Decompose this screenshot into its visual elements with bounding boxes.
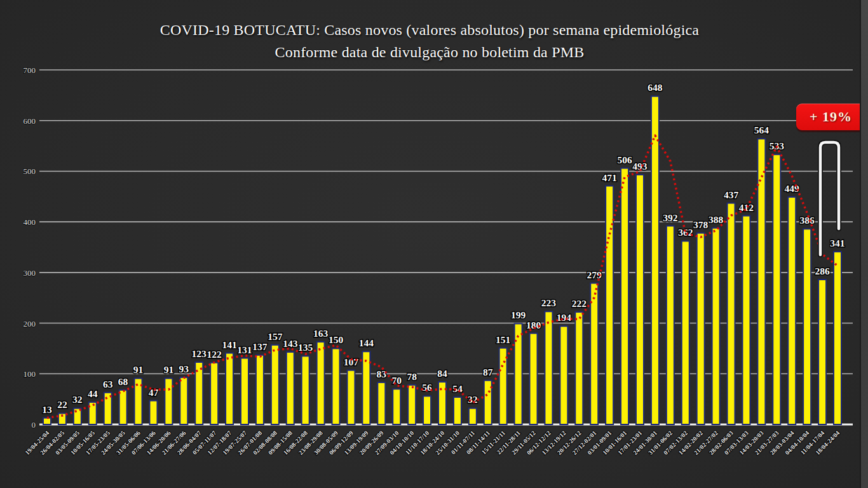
bar-value-label: 157 bbox=[268, 331, 283, 342]
bar-value-label: 163 bbox=[313, 328, 329, 339]
bar-value-label: 123 bbox=[192, 348, 207, 359]
bar bbox=[773, 154, 780, 424]
y-tick-label: 500 bbox=[24, 166, 36, 176]
bar-value-label: 449 bbox=[785, 183, 800, 194]
bar bbox=[317, 342, 325, 424]
bar-value-label: 286 bbox=[815, 266, 830, 276]
bar-value-label: 150 bbox=[329, 334, 344, 345]
bar-value-label: 392 bbox=[663, 212, 678, 223]
bar bbox=[362, 351, 370, 424]
percent-change-badge: + 19% bbox=[796, 104, 865, 130]
bar-value-label: 13 bbox=[42, 404, 52, 415]
bar-value-label: 78 bbox=[407, 371, 417, 382]
bar-value-label: 87 bbox=[483, 367, 493, 377]
bar-value-label: 131 bbox=[237, 344, 252, 355]
bar-value-label: 180 bbox=[526, 320, 541, 330]
bar-value-label: 91 bbox=[133, 364, 144, 375]
y-tick-label: 400 bbox=[24, 217, 36, 227]
bar-value-label: 68 bbox=[118, 376, 128, 387]
bar bbox=[165, 378, 172, 424]
bar bbox=[803, 229, 811, 424]
bar-value-label: 63 bbox=[103, 379, 113, 390]
bar-value-label: 144 bbox=[359, 337, 374, 348]
bar-value-label: 506 bbox=[617, 154, 632, 165]
bar-value-label: 83 bbox=[377, 369, 387, 379]
bar-value-label: 32 bbox=[72, 394, 83, 405]
bar-value-label: 32 bbox=[468, 394, 478, 405]
bar bbox=[256, 355, 264, 424]
bar bbox=[515, 323, 522, 424]
bar bbox=[834, 252, 841, 424]
bar-value-label: 122 bbox=[207, 349, 222, 360]
bar-value-label: 22 bbox=[57, 399, 67, 410]
bar-value-label: 141 bbox=[222, 339, 236, 350]
bar bbox=[271, 345, 279, 424]
bar-value-label: 199 bbox=[511, 309, 526, 320]
bar-value-label: 437 bbox=[724, 189, 739, 200]
bar bbox=[636, 175, 644, 424]
bar-value-label: 386 bbox=[800, 215, 815, 226]
bar-value-label: 44 bbox=[88, 388, 98, 399]
bar bbox=[728, 203, 735, 424]
bar bbox=[408, 385, 416, 424]
bar bbox=[180, 377, 187, 424]
bar-value-label: 648 bbox=[648, 82, 663, 93]
y-tick-label: 0 bbox=[32, 420, 36, 430]
bar bbox=[454, 397, 461, 424]
bar bbox=[377, 383, 385, 424]
bar bbox=[469, 408, 477, 424]
bar-value-label: 388 bbox=[709, 214, 724, 225]
bar-value-label: 143 bbox=[283, 338, 298, 349]
bar bbox=[667, 226, 674, 424]
y-tick-label: 100 bbox=[24, 369, 36, 379]
bar-value-label: 378 bbox=[693, 219, 709, 230]
bar bbox=[590, 283, 598, 424]
bar bbox=[499, 348, 507, 424]
bar bbox=[651, 96, 659, 424]
bar bbox=[697, 233, 705, 424]
bar bbox=[530, 334, 538, 424]
bar bbox=[682, 241, 689, 424]
bar bbox=[149, 401, 157, 424]
bar bbox=[89, 402, 97, 424]
bar-value-label: 341 bbox=[830, 238, 844, 248]
bar bbox=[742, 216, 750, 424]
bar bbox=[347, 370, 355, 424]
bar-value-label: 222 bbox=[572, 298, 587, 309]
bar-chart: 01002003004005006007001319/04-25/042226/… bbox=[0, 0, 868, 488]
bar bbox=[393, 389, 400, 424]
bar bbox=[606, 186, 613, 424]
bar bbox=[287, 352, 294, 424]
y-tick-label: 700 bbox=[24, 65, 36, 75]
y-tick-label: 200 bbox=[24, 319, 36, 329]
bar bbox=[575, 312, 583, 424]
bar bbox=[332, 348, 340, 424]
bar bbox=[712, 228, 720, 424]
y-tick-label: 300 bbox=[24, 268, 36, 278]
bar-value-label: 54 bbox=[452, 383, 463, 394]
y-tick-label: 600 bbox=[24, 116, 36, 126]
bar-value-label: 194 bbox=[557, 312, 572, 323]
bar bbox=[545, 311, 552, 424]
bar-value-label: 151 bbox=[496, 334, 510, 345]
bar-value-label: 137 bbox=[252, 341, 268, 352]
bar bbox=[818, 280, 826, 424]
bar bbox=[226, 353, 233, 424]
bar bbox=[119, 390, 127, 424]
bar-value-label: 91 bbox=[164, 364, 174, 375]
bar-value-label: 564 bbox=[754, 125, 770, 135]
bar bbox=[210, 363, 218, 424]
bar bbox=[560, 326, 567, 424]
frame-right-edge bbox=[860, 0, 868, 488]
bar-value-label: 93 bbox=[179, 363, 189, 374]
bar bbox=[621, 168, 628, 424]
bar-value-label: 70 bbox=[391, 375, 402, 386]
bar-value-label: 107 bbox=[344, 356, 359, 367]
bar-value-label: 471 bbox=[602, 172, 617, 183]
bar-value-label: 223 bbox=[541, 297, 557, 308]
video-frame: COVID-19 BOTUCATU: Casos novos (valores … bbox=[0, 0, 868, 488]
bar bbox=[241, 358, 248, 424]
bar-value-label: 84 bbox=[437, 368, 447, 379]
bar-value-label: 362 bbox=[678, 227, 693, 238]
bar bbox=[302, 356, 309, 424]
